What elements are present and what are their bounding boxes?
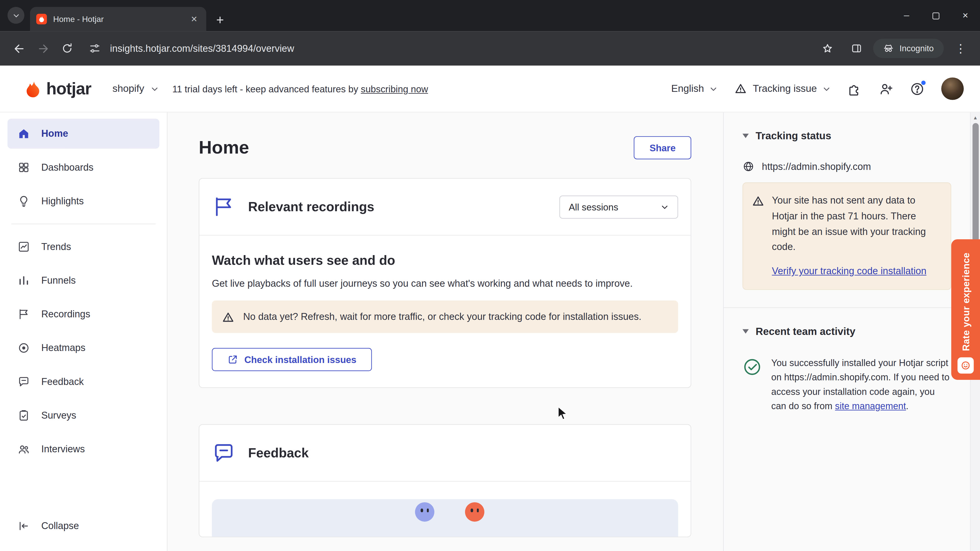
browser-toolbar: insights.hotjar.com/sites/3814994/overvi… [0,31,980,65]
header-actions: English Tracking issue [671,78,964,100]
home-icon [18,127,30,140]
bookmark-star-icon[interactable] [816,37,839,60]
sessions-filter-value: All sessions [569,202,618,212]
reload-icon [61,43,73,55]
sidebar-item-highlights[interactable]: Highlights [7,186,159,216]
tab-close-icon[interactable]: ✕ [188,14,200,24]
tab-title: Home - Hotjar [53,14,182,24]
window-maximize-button[interactable] [921,0,951,31]
invite-user-button[interactable] [879,82,893,96]
warning-triangle-icon [752,195,764,207]
no-data-warning-banner: No data yet? Refresh, wait for more traf… [212,300,678,333]
sidebar-item-dashboards[interactable]: Dashboards [7,152,159,183]
sidebar-item-feedback[interactable]: Feedback [7,367,159,397]
language-selector[interactable]: English [671,83,718,94]
url-bar[interactable]: insights.hotjar.com/sites/3814994/overvi… [110,43,816,54]
card-title: Relevant recordings [248,199,374,214]
subscribe-now-link[interactable]: subscribing now [361,83,428,94]
team-activity-header[interactable]: Recent team activity [742,326,951,338]
trial-banner: 11 trial days left - keep advanced featu… [172,83,428,94]
browser-menu-icon[interactable]: ⋮ [949,37,973,60]
puzzle-icon [848,82,862,96]
collapse-triangle-icon [742,329,749,333]
scrollbar-thumb[interactable] [973,123,979,245]
help-button[interactable] [910,82,924,96]
tracked-site-row: https://admin.shopify.com [742,160,951,172]
integrations-button[interactable] [848,82,862,96]
main-content: Home Share Relevant recordings All sessi… [167,113,723,551]
site-info-icon[interactable] [84,38,105,59]
chevron-down-icon [151,85,159,93]
tracking-status-header[interactable]: Tracking status [742,130,951,142]
sidebar-item-home[interactable]: Home [7,119,159,149]
chevron-down-icon [710,85,718,93]
share-button[interactable]: Share [634,136,691,159]
feedback-bubble-icon [18,375,30,388]
site-management-link[interactable]: site management [835,401,906,411]
sidebar-item-label: Recordings [41,309,90,320]
scrollbar-up-arrow[interactable]: ▲ [970,115,980,121]
emoji-angry-face [465,502,484,522]
hotjar-flame-icon [24,79,42,98]
tracking-issue-menu[interactable]: Tracking issue [735,83,831,95]
incognito-icon [883,43,894,54]
chevron-down-icon [12,11,20,19]
tracking-status-title: Tracking status [756,130,831,142]
toolbar-right: Incognito ⋮ [816,37,972,60]
window-close-button[interactable]: ✕ [951,0,980,31]
side-panel-icon[interactable] [845,37,868,60]
new-tab-button[interactable]: + [216,13,224,26]
sidebar-collapse-button[interactable]: Collapse [7,511,159,541]
person-add-icon [879,82,893,96]
sidebar-item-surveys[interactable]: Surveys [7,400,159,430]
sidebar-item-trends[interactable]: Trends [7,232,159,262]
team-activity-title: Recent team activity [756,326,856,338]
sidebar-item-recordings[interactable]: Recordings [7,299,159,329]
user-avatar[interactable] [941,78,964,100]
incognito-label: Incognito [900,44,934,53]
chevron-down-icon [822,85,831,93]
site-selector[interactable]: shopify [113,83,159,94]
verify-tracking-link[interactable]: Verify your tracking code installation [772,264,926,279]
check-installation-button[interactable]: Check installation issues [212,348,372,371]
recordings-heading: Watch what users see and do [212,253,678,268]
warning-triangle-icon [735,83,747,95]
hotjar-app-window: Home - Hotjar ✕ + ─ ✕ insights.hotjar.co… [0,0,980,551]
sidebar-item-funnels[interactable]: Funnels [7,265,159,295]
tracking-warning-box: Your site has not sent any data to Hotja… [742,183,951,290]
status-side-panel: Tracking status https://admin.shopify.co… [723,113,980,551]
hotjar-logo[interactable]: hotjar [24,79,91,98]
sessions-filter-dropdown[interactable]: All sessions [559,195,678,218]
dashboards-grid-icon [18,161,30,174]
back-button[interactable] [7,37,31,60]
card-title: Feedback [248,445,309,460]
emoji-sad-face [415,502,434,522]
feedback-widget-icon [958,357,974,374]
relevant-recordings-card: Relevant recordings All sessions Watch w… [199,178,691,388]
activity-item: You successfully installed your Hotjar s… [742,356,951,413]
card-divider [199,481,690,482]
window-minimize-button[interactable]: ─ [892,0,921,31]
sidebar-item-heatmaps[interactable]: Heatmaps [7,333,159,363]
external-link-icon [228,354,238,365]
rate-experience-tab[interactable]: Rate your experience [951,239,980,380]
tune-icon [89,43,100,55]
recordings-description: Get live playbacks of full user journeys… [212,278,678,289]
reload-button[interactable] [55,37,79,60]
chevron-down-icon [661,203,669,211]
tab-search-button[interactable] [7,7,24,24]
sidebar-item-label: Dashboards [41,162,94,173]
sidebar-item-interviews[interactable]: Interviews [7,434,159,464]
incognito-badge: Incognito [873,39,944,58]
forward-button[interactable] [31,37,55,60]
warning-text: No data yet? Refresh, wait for more traf… [243,309,641,324]
language-value: English [671,83,704,94]
back-arrow-icon [13,42,25,55]
trial-text: 11 trial days left - keep advanced featu… [172,83,358,94]
sidebar-item-label: Surveys [41,410,76,421]
hotjar-header: hotjar shopify 11 trial days left - keep… [0,65,980,113]
recordings-flag-icon [212,195,235,219]
browser-tab[interactable]: Home - Hotjar ✕ [30,7,207,32]
sidebar-item-label: Feedback [41,376,84,387]
sidebar-item-label: Interviews [41,444,85,455]
